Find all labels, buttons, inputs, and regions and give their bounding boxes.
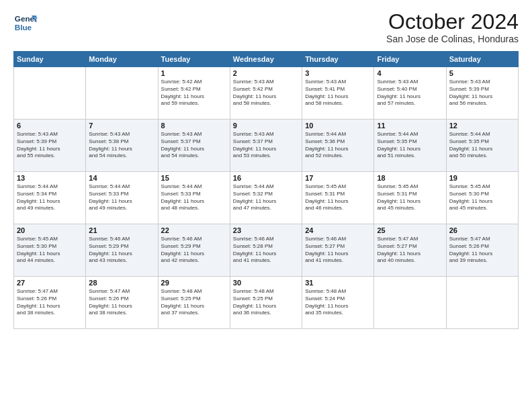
day-info: Sunrise: 5:43 AM Sunset: 5:39 PM Dayligh… (17, 131, 83, 160)
day-info: Sunrise: 5:45 AM Sunset: 5:30 PM Dayligh… (17, 236, 83, 265)
calendar-cell: 16Sunrise: 5:44 AM Sunset: 5:32 PM Dayli… (230, 172, 302, 224)
logo-icon: General Blue (13, 11, 38, 35)
day-info: Sunrise: 5:44 AM Sunset: 5:34 PM Dayligh… (17, 183, 83, 212)
day-number: 19 (449, 174, 515, 182)
day-info: Sunrise: 5:45 AM Sunset: 5:31 PM Dayligh… (377, 183, 443, 212)
calendar-cell: 29Sunrise: 5:48 AM Sunset: 5:25 PM Dayli… (158, 277, 230, 329)
day-info: Sunrise: 5:44 AM Sunset: 5:32 PM Dayligh… (233, 183, 299, 212)
calendar-cell: 20Sunrise: 5:45 AM Sunset: 5:30 PM Dayli… (14, 224, 86, 277)
day-number: 5 (449, 69, 515, 77)
calendar-cell (14, 67, 86, 120)
calendar-cell: 7Sunrise: 5:43 AM Sunset: 5:38 PM Daylig… (86, 120, 158, 172)
calendar-cell: 13Sunrise: 5:44 AM Sunset: 5:34 PM Dayli… (14, 172, 86, 224)
weekday-header: Thursday (302, 52, 374, 67)
calendar-cell: 27Sunrise: 5:47 AM Sunset: 5:26 PM Dayli… (14, 277, 86, 329)
weekday-header-row: SundayMondayTuesdayWednesdayThursdayFrid… (14, 52, 519, 67)
weekday-header: Tuesday (158, 52, 230, 67)
day-number: 30 (233, 279, 299, 287)
calendar-cell: 18Sunrise: 5:45 AM Sunset: 5:31 PM Dayli… (374, 172, 446, 224)
calendar-cell: 11Sunrise: 5:44 AM Sunset: 5:35 PM Dayli… (374, 120, 446, 172)
day-number: 31 (305, 279, 371, 287)
day-number: 28 (89, 279, 154, 287)
calendar-cell: 5Sunrise: 5:43 AM Sunset: 5:39 PM Daylig… (446, 67, 518, 120)
calendar-table: SundayMondayTuesdayWednesdayThursdayFrid… (13, 51, 519, 329)
day-number: 4 (377, 69, 443, 77)
svg-text:Blue: Blue (15, 23, 32, 32)
day-info: Sunrise: 5:47 AM Sunset: 5:26 PM Dayligh… (449, 236, 515, 265)
calendar-week-row: 27Sunrise: 5:47 AM Sunset: 5:26 PM Dayli… (14, 277, 519, 329)
day-info: Sunrise: 5:48 AM Sunset: 5:25 PM Dayligh… (161, 288, 227, 317)
calendar-cell: 6Sunrise: 5:43 AM Sunset: 5:39 PM Daylig… (14, 120, 86, 172)
calendar-week-row: 6Sunrise: 5:43 AM Sunset: 5:39 PM Daylig… (14, 120, 519, 172)
calendar-cell: 31Sunrise: 5:48 AM Sunset: 5:24 PM Dayli… (302, 277, 374, 329)
day-number: 3 (305, 69, 371, 77)
calendar-cell: 30Sunrise: 5:48 AM Sunset: 5:25 PM Dayli… (230, 277, 302, 329)
day-info: Sunrise: 5:43 AM Sunset: 5:39 PM Dayligh… (449, 79, 515, 107)
weekday-header: Monday (86, 52, 158, 67)
day-info: Sunrise: 5:44 AM Sunset: 5:35 PM Dayligh… (449, 131, 515, 160)
calendar-cell: 10Sunrise: 5:44 AM Sunset: 5:36 PM Dayli… (302, 120, 374, 172)
calendar-cell: 1Sunrise: 5:42 AM Sunset: 5:42 PM Daylig… (158, 67, 230, 120)
day-info: Sunrise: 5:45 AM Sunset: 5:30 PM Dayligh… (449, 183, 515, 212)
day-number: 25 (377, 226, 443, 234)
day-info: Sunrise: 5:44 AM Sunset: 5:33 PM Dayligh… (161, 183, 227, 212)
day-info: Sunrise: 5:42 AM Sunset: 5:42 PM Dayligh… (161, 79, 227, 107)
calendar-cell: 28Sunrise: 5:47 AM Sunset: 5:26 PM Dayli… (86, 277, 158, 329)
calendar-cell (374, 277, 446, 329)
calendar-cell: 8Sunrise: 5:43 AM Sunset: 5:37 PM Daylig… (158, 120, 230, 172)
day-number: 7 (89, 122, 154, 130)
day-number: 29 (161, 279, 227, 287)
day-info: Sunrise: 5:46 AM Sunset: 5:29 PM Dayligh… (89, 236, 154, 265)
day-number: 23 (233, 226, 299, 234)
weekday-header: Friday (374, 52, 446, 67)
day-info: Sunrise: 5:47 AM Sunset: 5:26 PM Dayligh… (17, 288, 83, 317)
day-number: 27 (17, 279, 83, 287)
day-number: 12 (449, 122, 515, 130)
day-info: Sunrise: 5:43 AM Sunset: 5:37 PM Dayligh… (161, 131, 227, 160)
day-info: Sunrise: 5:46 AM Sunset: 5:29 PM Dayligh… (161, 236, 227, 265)
day-number: 15 (161, 174, 227, 182)
day-number: 24 (305, 226, 371, 234)
calendar-cell: 19Sunrise: 5:45 AM Sunset: 5:30 PM Dayli… (446, 172, 518, 224)
calendar-page: General Blue October 2024 San Jose de Co… (0, 0, 532, 411)
day-info: Sunrise: 5:43 AM Sunset: 5:38 PM Dayligh… (89, 131, 154, 160)
calendar-cell: 22Sunrise: 5:46 AM Sunset: 5:29 PM Dayli… (158, 224, 230, 277)
day-info: Sunrise: 5:43 AM Sunset: 5:42 PM Dayligh… (233, 79, 299, 107)
calendar-cell: 17Sunrise: 5:45 AM Sunset: 5:31 PM Dayli… (302, 172, 374, 224)
month-title: October 2024 (386, 11, 519, 32)
day-number: 2 (233, 69, 299, 77)
day-info: Sunrise: 5:43 AM Sunset: 5:37 PM Dayligh… (233, 131, 299, 160)
day-number: 21 (89, 226, 154, 234)
day-number: 13 (17, 174, 83, 182)
calendar-cell: 9Sunrise: 5:43 AM Sunset: 5:37 PM Daylig… (230, 120, 302, 172)
day-number: 6 (17, 122, 83, 130)
day-number: 10 (305, 122, 371, 130)
calendar-cell: 3Sunrise: 5:43 AM Sunset: 5:41 PM Daylig… (302, 67, 374, 120)
calendar-cell: 14Sunrise: 5:44 AM Sunset: 5:33 PM Dayli… (86, 172, 158, 224)
day-info: Sunrise: 5:46 AM Sunset: 5:28 PM Dayligh… (233, 236, 299, 265)
day-number: 22 (161, 226, 227, 234)
calendar-cell: 26Sunrise: 5:47 AM Sunset: 5:26 PM Dayli… (446, 224, 518, 277)
logo: General Blue (13, 11, 38, 35)
day-number: 1 (161, 69, 227, 77)
calendar-cell: 23Sunrise: 5:46 AM Sunset: 5:28 PM Dayli… (230, 224, 302, 277)
calendar-cell: 21Sunrise: 5:46 AM Sunset: 5:29 PM Dayli… (86, 224, 158, 277)
calendar-week-row: 1Sunrise: 5:42 AM Sunset: 5:42 PM Daylig… (14, 67, 519, 120)
weekday-header: Wednesday (230, 52, 302, 67)
day-number: 11 (377, 122, 443, 130)
day-info: Sunrise: 5:44 AM Sunset: 5:35 PM Dayligh… (377, 131, 443, 160)
calendar-week-row: 20Sunrise: 5:45 AM Sunset: 5:30 PM Dayli… (14, 224, 519, 277)
calendar-cell: 15Sunrise: 5:44 AM Sunset: 5:33 PM Dayli… (158, 172, 230, 224)
calendar-cell: 24Sunrise: 5:46 AM Sunset: 5:27 PM Dayli… (302, 224, 374, 277)
weekday-header: Saturday (446, 52, 518, 67)
calendar-cell: 25Sunrise: 5:47 AM Sunset: 5:27 PM Dayli… (374, 224, 446, 277)
day-info: Sunrise: 5:47 AM Sunset: 5:26 PM Dayligh… (89, 288, 154, 317)
day-number: 9 (233, 122, 299, 130)
day-number: 8 (161, 122, 227, 130)
day-info: Sunrise: 5:45 AM Sunset: 5:31 PM Dayligh… (305, 183, 371, 212)
day-number: 18 (377, 174, 443, 182)
day-info: Sunrise: 5:43 AM Sunset: 5:40 PM Dayligh… (377, 79, 443, 107)
calendar-cell: 4Sunrise: 5:43 AM Sunset: 5:40 PM Daylig… (374, 67, 446, 120)
day-info: Sunrise: 5:43 AM Sunset: 5:41 PM Dayligh… (305, 79, 371, 107)
day-info: Sunrise: 5:44 AM Sunset: 5:33 PM Dayligh… (89, 183, 154, 212)
